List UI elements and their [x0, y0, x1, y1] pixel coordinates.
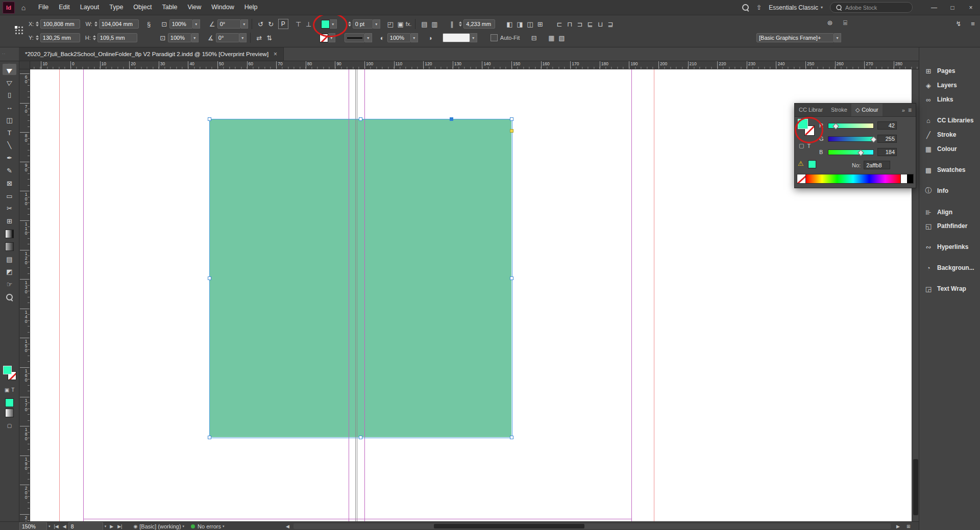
panel-menu-icon[interactable]: ≡: [968, 20, 978, 28]
wrap-none-icon[interactable]: ▤: [419, 20, 429, 28]
tab-stroke[interactable]: Stroke: [827, 104, 851, 116]
align-top-icon[interactable]: ⊑: [585, 20, 595, 28]
vertical-scroll-thumb[interactable]: [913, 459, 918, 515]
zoom-tool[interactable]: [3, 291, 16, 302]
content-collector-tool[interactable]: ◫: [3, 114, 16, 125]
selection-handle[interactable]: [510, 276, 513, 280]
gap-field[interactable]: 4,233 mm: [463, 19, 495, 29]
horizontal-ruler[interactable]: 1001020304050607080901001101201301401501…: [30, 61, 919, 69]
align-hcentre-icon[interactable]: ⊓: [565, 20, 575, 28]
dock-panel-links[interactable]: ∞Links: [919, 93, 980, 106]
h-stepper[interactable]: [93, 35, 96, 40]
w-stepper[interactable]: [94, 21, 97, 27]
selection-tool[interactable]: ▶: [3, 64, 16, 75]
channel-value-field[interactable]: 42: [877, 121, 897, 130]
colour-fill-proxy[interactable]: [798, 119, 808, 129]
share-icon[interactable]: ⇧: [756, 4, 762, 11]
slider-thumb[interactable]: [857, 149, 864, 156]
quick-apply-icon[interactable]: ↯: [953, 20, 964, 28]
formatting-text-toggle[interactable]: T: [11, 387, 14, 393]
tab-colour[interactable]: ◇Colour: [851, 104, 883, 116]
rectangle-frame-tool[interactable]: ⊠: [3, 178, 16, 189]
menu-window[interactable]: Window: [206, 0, 239, 15]
scroll-right-arrow[interactable]: ▶: [894, 524, 902, 529]
out-of-gamut-warning-icon[interactable]: ⚠: [798, 160, 804, 167]
autofit-group[interactable]: Auto-Fit: [491, 34, 520, 41]
dock-panel-align[interactable]: ⊪Align: [919, 206, 980, 219]
page-tool[interactable]: ▯: [3, 89, 16, 100]
next-page-button[interactable]: ▶: [108, 524, 115, 529]
dock-panel-cc-libraries[interactable]: ⌂CC Libraries: [919, 114, 980, 127]
page-dropdown-arrow[interactable]: ▾: [103, 524, 108, 528]
apply-gradient-button[interactable]: [5, 409, 14, 417]
wrap-jump-icon[interactable]: ▦: [546, 34, 556, 42]
spectrum-ramp[interactable]: [806, 174, 900, 183]
previous-page-button[interactable]: ◀: [61, 524, 68, 529]
zoom-level-field[interactable]: 150%: [19, 522, 47, 530]
spectrum-none-swatch[interactable]: [797, 174, 806, 183]
rotation-field[interactable]: 0°: [217, 19, 241, 29]
hand-tool[interactable]: ☞: [3, 279, 16, 290]
errors-dropdown-arrow[interactable]: ▾: [221, 524, 226, 528]
stroke-weight-dropdown[interactable]: ▾: [373, 19, 380, 29]
wrap-bounding-icon[interactable]: ▥: [429, 20, 439, 28]
free-transform-tool[interactable]: ⊞: [3, 216, 16, 227]
stroke-type-field[interactable]: [345, 33, 365, 42]
minimize-button[interactable]: —: [925, 0, 943, 15]
align-bottom-icon[interactable]: ⊒: [605, 20, 616, 28]
line-tool[interactable]: ╲: [3, 140, 16, 151]
document-tab[interactable]: *2020_27juli_Back2School_OnlineFolder_8p…: [19, 47, 284, 61]
dock-panel-stroke[interactable]: ╱Stroke: [919, 128, 980, 141]
tab-cc-libraries[interactable]: CC Librar: [795, 104, 827, 116]
rotation-dropdown[interactable]: ▾: [241, 19, 248, 29]
dock-panel-pathfinder[interactable]: ◱Pathfinder: [919, 219, 980, 233]
object-state-icon[interactable]: ⊟: [529, 34, 539, 42]
selection-handle-solid[interactable]: [450, 117, 453, 121]
home-icon[interactable]: ⌂: [17, 4, 30, 12]
gamut-swatch[interactable]: [808, 160, 816, 168]
shear-dropdown[interactable]: ▾: [239, 33, 247, 42]
dock-panel-text-wrap[interactable]: ◲Text Wrap: [919, 282, 980, 295]
channel-slider[interactable]: [828, 136, 874, 142]
stroke-weight-stepper[interactable]: [348, 21, 351, 27]
rotate-ccw-icon[interactable]: ↺: [256, 20, 266, 28]
menu-object[interactable]: Object: [128, 0, 157, 15]
shear-field[interactable]: 0°: [216, 33, 239, 42]
direct-selection-tool[interactable]: ▷: [3, 77, 16, 88]
fill-swatch[interactable]: [321, 20, 330, 29]
fit-frame-to-content-icon[interactable]: ◫: [525, 20, 535, 28]
tab-close-icon[interactable]: ×: [274, 51, 277, 58]
selection-handle[interactable]: [510, 117, 513, 121]
search-icon[interactable]: [742, 4, 749, 11]
scissors-tool[interactable]: ✂: [3, 203, 16, 214]
object-style-dropdown-arrow[interactable]: ▾: [834, 33, 841, 42]
view-options-icon[interactable]: ⌸: [840, 19, 850, 27]
channel-slider[interactable]: [828, 149, 874, 155]
dock-panel-swatches[interactable]: ▩Swatches: [919, 163, 980, 176]
reference-point-proxy[interactable]: [14, 26, 23, 35]
scale-y-field[interactable]: 100%: [168, 33, 191, 42]
opacity-field[interactable]: 100%: [387, 33, 411, 42]
dock-panel-info[interactable]: ⓘInfo: [919, 184, 980, 197]
menu-file[interactable]: File: [33, 0, 54, 15]
preflight-dropdown-arrow[interactable]: ▾: [181, 524, 186, 528]
gap-stepper[interactable]: [459, 21, 462, 27]
spectrum-white-swatch[interactable]: [900, 174, 907, 183]
workspace-switcher[interactable]: Essentials Classic ▾: [769, 4, 823, 11]
spread-view-icon[interactable]: ⊞: [904, 524, 913, 529]
fill-dropdown[interactable]: ▾: [330, 19, 337, 29]
rotate-cw-icon[interactable]: ↻: [266, 20, 276, 28]
formatting-container-toggle[interactable]: ▣: [5, 387, 9, 393]
first-page-button[interactable]: |◀: [52, 524, 61, 529]
selection-handle[interactable]: [359, 117, 362, 121]
object-style-dropdown[interactable]: [Basic Graphics Frame]+: [756, 33, 834, 42]
horizontal-scroll-thumb[interactable]: [434, 524, 584, 528]
dock-panel-hyperlinks[interactable]: ∾Hyperlinks: [919, 240, 980, 254]
canvas[interactable]: [30, 69, 912, 521]
hex-field[interactable]: 2affb8: [864, 161, 890, 169]
dock-panel-background-tasks[interactable]: ◔Backgroun...: [919, 261, 980, 274]
zoom-dropdown-arrow[interactable]: ▾: [47, 524, 52, 528]
constrain-proportions-icon[interactable]: §: [144, 20, 154, 28]
close-button[interactable]: ×: [962, 0, 980, 15]
w-field[interactable]: 104,004 mm: [99, 19, 139, 29]
